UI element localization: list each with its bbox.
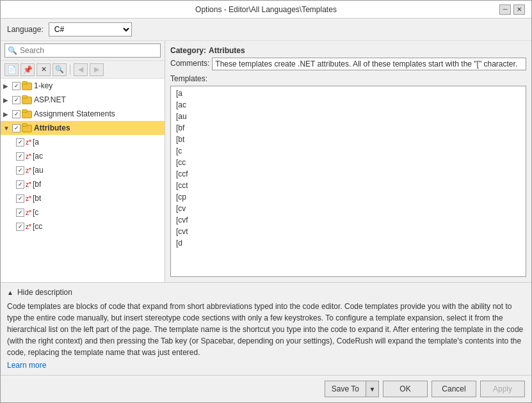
left-panel: 🔍 📄 📌 ✕ 🔍 ◀: [1, 41, 165, 282]
template-icon-au: z*: [26, 167, 31, 174]
cancel-button[interactable]: Cancel: [431, 381, 476, 397]
template-list-item[interactable]: [cv: [171, 203, 526, 214]
template-list-item[interactable]: [bf: [171, 122, 526, 134]
main-content: 🔍 📄 📌 ✕ 🔍 ◀: [1, 41, 531, 282]
language-select[interactable]: C#: [49, 22, 132, 36]
dropdown-arrow-icon: ▼: [369, 386, 376, 393]
tree-label-attr-au: [au: [33, 166, 44, 175]
tree-label-attr-c: [c: [33, 208, 38, 217]
comments-label: Comments:: [170, 58, 209, 68]
new-template-button[interactable]: 📄: [4, 63, 19, 76]
tree-item-attr-bf[interactable]: z* [bf: [1, 177, 165, 191]
tree-panel[interactable]: ▶ 1-key ▶ ASP.NET ▶ Assignment: [1, 79, 165, 282]
folder-icon-attributes: [22, 123, 32, 132]
tree-item-attributes[interactable]: ▼ Attributes: [1, 121, 165, 135]
tree-toolbar: 📄 📌 ✕ 🔍 ◀ ▶: [1, 61, 165, 79]
apply-button[interactable]: Apply: [480, 381, 525, 397]
close-button[interactable]: ✕: [513, 4, 525, 15]
checkbox-attr-au[interactable]: [16, 166, 24, 175]
find-button[interactable]: 🔍: [52, 63, 67, 76]
templates-label: Templates:: [170, 74, 526, 83]
checkbox-aspnet[interactable]: [12, 96, 20, 104]
expand-arrow-attributes: ▼: [3, 125, 12, 132]
template-icon-cc: z*: [26, 223, 31, 230]
templates-list[interactable]: [a[ac[au[bf[bt[c[cc[ccf[cct[cp[cv[cvf[cv…: [170, 86, 526, 277]
checkbox-attr-bf[interactable]: [16, 180, 24, 189]
tree-item-assignment[interactable]: ▶ Assignment Statements: [1, 107, 165, 121]
back-icon: ◀: [78, 65, 83, 74]
delete-button[interactable]: ✕: [36, 63, 51, 76]
tree-item-attr-bt[interactable]: z* [bt: [1, 191, 165, 205]
template-list-item[interactable]: [c: [171, 145, 526, 157]
checkbox-attr-bt[interactable]: [16, 194, 24, 203]
save-to-dropdown[interactable]: ▼: [366, 381, 378, 397]
tree-item-attr-ac[interactable]: z* [ac: [1, 149, 165, 163]
find-icon: 🔍: [55, 65, 64, 74]
folder-icon-1key: [22, 81, 32, 90]
template-list-item[interactable]: [ac: [171, 99, 526, 111]
toolbar-divider: [70, 65, 70, 75]
tree-label-attributes: Attributes: [34, 123, 70, 132]
tree-label-attr-bt: [bt: [33, 194, 41, 203]
tree-label-attr-bf: [bf: [33, 180, 41, 189]
template-icon-bf: z*: [26, 181, 31, 188]
template-icon-ac: z*: [26, 153, 31, 160]
title-bar-buttons: ─ ✕: [499, 4, 525, 15]
template-list-item[interactable]: [cp: [171, 191, 526, 203]
description-text: Code templates are blocks of code that e…: [7, 301, 525, 358]
template-list-item[interactable]: [cc: [171, 157, 526, 168]
template-list-item[interactable]: [cvf: [171, 214, 526, 226]
dialog: Options - Editor\All Languages\Templates…: [0, 0, 532, 403]
checkbox-attr-cc[interactable]: [16, 223, 24, 231]
tree-label-attr-cc: [cc: [33, 222, 42, 231]
tree-item-attr-a[interactable]: z* [a: [1, 135, 165, 149]
template-list-item[interactable]: [cvt: [171, 226, 526, 237]
template-list-item[interactable]: [cct: [171, 180, 526, 191]
tree-item-attr-cc[interactable]: z* [cc: [1, 219, 165, 233]
template-list-item[interactable]: [ccf: [171, 168, 526, 180]
minimize-button[interactable]: ─: [499, 4, 511, 15]
search-input-wrap: 🔍: [4, 43, 161, 58]
back-button[interactable]: ◀: [74, 63, 88, 76]
expand-arrow-assignment: ▶: [3, 111, 12, 118]
template-icon-c: z*: [26, 209, 31, 216]
ok-button[interactable]: OK: [383, 381, 428, 397]
template-list-item[interactable]: [d: [171, 237, 526, 249]
template-icon-bt: z*: [26, 195, 31, 202]
tree-item-1key[interactable]: ▶ 1-key: [1, 79, 165, 93]
tree-label-attr-ac: [ac: [33, 152, 43, 161]
checkbox-attributes[interactable]: [12, 124, 20, 132]
template-list-item[interactable]: [au: [171, 111, 526, 122]
forward-icon: ▶: [94, 65, 99, 74]
language-bar: Language: C#: [1, 19, 531, 41]
tree-item-aspnet[interactable]: ▶ ASP.NET: [1, 93, 165, 107]
hide-description-label: Hide description: [17, 288, 72, 297]
checkbox-assignment[interactable]: [12, 110, 20, 118]
pin-button[interactable]: 📌: [20, 63, 35, 76]
tree-item-attr-c[interactable]: z* [c: [1, 205, 165, 219]
save-to-button[interactable]: Save To: [325, 381, 366, 397]
tree-label-assignment: Assignment Statements: [34, 109, 115, 118]
right-panel: Category: Attributes Comments: These tem…: [165, 41, 531, 282]
language-label: Language:: [7, 25, 44, 34]
hide-description-row[interactable]: ▲ Hide description: [7, 288, 525, 297]
checkbox-1key[interactable]: [12, 82, 20, 90]
category-row: Category: Attributes: [170, 46, 526, 55]
comments-row: Comments: These templates create .NET at…: [170, 58, 526, 70]
dialog-title: Options - Editor\All Languages\Templates: [33, 5, 499, 14]
template-icon-a: z*: [26, 139, 31, 146]
template-list-item[interactable]: [bt: [171, 134, 526, 145]
search-input[interactable]: [20, 46, 157, 55]
tree-item-attr-au[interactable]: z* [au: [1, 163, 165, 177]
save-to-wrap: Save To ▼: [325, 381, 379, 397]
delete-icon: ✕: [41, 65, 47, 74]
checkbox-attr-a[interactable]: [16, 138, 24, 146]
expand-arrow-aspnet: ▶: [3, 97, 12, 104]
learn-more-link[interactable]: Learn more: [7, 361, 46, 370]
category-value: Attributes: [209, 46, 245, 55]
button-bar: Save To ▼ OK Cancel Apply: [1, 375, 531, 402]
template-list-item[interactable]: [a: [171, 88, 526, 99]
forward-button[interactable]: ▶: [90, 63, 104, 76]
checkbox-attr-c[interactable]: [16, 209, 24, 217]
checkbox-attr-ac[interactable]: [16, 152, 24, 161]
